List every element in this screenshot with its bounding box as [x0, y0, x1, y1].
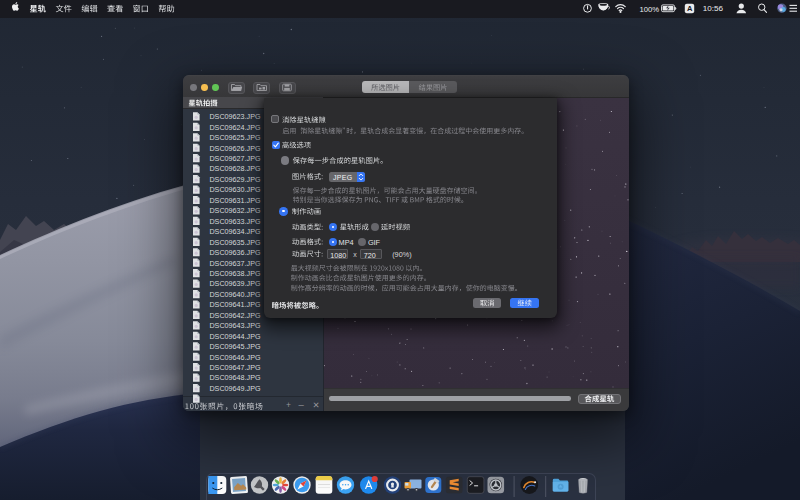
svg-text:A: A — [687, 4, 693, 13]
